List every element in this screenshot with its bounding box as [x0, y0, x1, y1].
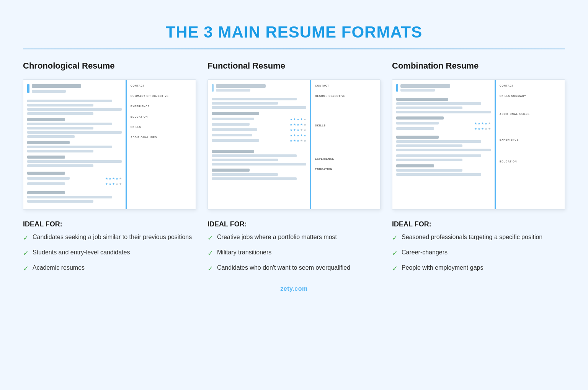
- check-icon-9: ✓: [392, 264, 398, 274]
- skills-block: ★ ★ ★ ★ ★ ★ ★ ★: [27, 172, 122, 187]
- header-sub-bar: [32, 90, 66, 93]
- check-icon-3: ✓: [23, 264, 29, 274]
- resume-paper-right: CONTACT SUMMARY OR OBJECTIVE EXPERIENCE …: [127, 80, 196, 209]
- exp-block-1: [27, 100, 122, 115]
- combo-resume-right: CONTACT SKILLS SUMMARY ADDITIONAL SKILLS…: [496, 80, 565, 209]
- ideal-list-chronological: ✓ Candidates seeking a job similar to th…: [23, 233, 196, 274]
- ideal-section-chronological: IDEAL FOR: ✓ Candidates seeking a job si…: [23, 220, 196, 274]
- ideal-list-combination: ✓ Seasoned professionals targeting a spe…: [392, 233, 565, 274]
- resume-mock-chronological: ★ ★ ★ ★ ★ ★ ★ ★: [23, 79, 196, 210]
- resume-paper-left: ★ ★ ★ ★ ★ ★ ★ ★: [23, 80, 127, 209]
- col-title-combination: Combination Resume: [392, 61, 565, 71]
- right-section-summary: SUMMARY OR OBJECTIVE: [131, 95, 192, 98]
- ideal-item-chron-3: ✓ Academic resumes: [23, 264, 196, 274]
- resume-mock-functional: ★★★★★ ★★★★★ ★★★★★: [207, 79, 381, 210]
- combo-skills-stars: ★★★★★ ★★★★★: [396, 116, 491, 132]
- skill-row-1: ★ ★ ★ ★ ★: [27, 176, 122, 180]
- check-icon-6: ✓: [207, 264, 213, 274]
- page-wrapper: THE 3 MAIN RESUME FORMATS Chronological …: [0, 0, 588, 308]
- right-section-education: EDUCATION: [131, 115, 192, 119]
- left-accent-bar: [27, 84, 29, 93]
- right-section-addl: ADDITIONAL INFO: [131, 136, 192, 139]
- func-accent: [212, 84, 214, 92]
- ideal-text-chron-3: Academic resumes: [33, 264, 85, 272]
- func-resume-right: CONTACT RESUME OBJECTIVE SKILLS EXPERIEN…: [311, 80, 380, 209]
- title-divider: [23, 48, 565, 49]
- column-combination: Combination Resume: [392, 61, 565, 274]
- ideal-text-func-3: Candidates who don't want to seem overqu…: [217, 264, 350, 272]
- left-content: [32, 84, 122, 93]
- ideal-section-functional: IDEAL FOR: ✓ Creative jobs where a portf…: [207, 220, 381, 274]
- ideal-item-combo-1: ✓ Seasoned professionals targeting a spe…: [392, 233, 565, 243]
- footer: zety.com: [23, 285, 565, 292]
- ideal-item-func-1: ✓ Creative jobs where a portfolio matter…: [207, 233, 381, 243]
- right-section-experience: EXPERIENCE: [131, 105, 192, 108]
- ideal-item-combo-3: ✓ People with employment gaps: [392, 264, 565, 274]
- ideal-section-combination: IDEAL FOR: ✓ Seasoned professionals targ…: [392, 220, 565, 274]
- combo-accent: [396, 84, 398, 92]
- right-section-contact: CONTACT: [131, 84, 192, 88]
- exp-block-4: [27, 156, 122, 167]
- func-skills-stars: ★★★★★ ★★★★★ ★★★★★: [212, 112, 306, 144]
- ideal-item-chron-2: ✓ Students and entry-level candidates: [23, 248, 196, 258]
- exp-block-2: [27, 118, 122, 138]
- check-icon-2: ✓: [23, 249, 29, 258]
- ideal-text-combo-2: Career-changers: [402, 248, 448, 257]
- ideal-text-combo-3: People with employment gaps: [402, 264, 483, 272]
- columns-container: Chronological Resume: [23, 61, 565, 274]
- ideal-title-chronological: IDEAL FOR:: [23, 220, 196, 228]
- skill-row-2: ★ ★ ★ ★ ★: [27, 182, 122, 186]
- column-chronological: Chronological Resume: [23, 61, 196, 274]
- header-name-bar: [32, 84, 81, 88]
- page-title: THE 3 MAIN RESUME FORMATS: [23, 15, 565, 45]
- ideal-text-combo-1: Seasoned professionals targeting a speci…: [402, 233, 542, 241]
- footer-text: zety.com: [280, 285, 307, 292]
- right-section-skills: SKILLS: [131, 126, 192, 129]
- col-title-functional: Functional Resume: [207, 61, 381, 71]
- ideal-item-func-2: ✓ Military transitioners: [207, 248, 381, 258]
- ideal-item-chron-1: ✓ Candidates seeking a job similar to th…: [23, 233, 196, 243]
- check-icon-1: ✓: [23, 233, 29, 243]
- column-functional: Functional Resume: [207, 61, 381, 274]
- combo-resume-left: ★★★★★ ★★★★★: [392, 80, 496, 209]
- ideal-title-combination: IDEAL FOR:: [392, 220, 565, 228]
- exp-block-3: [27, 141, 122, 152]
- check-icon-8: ✓: [392, 249, 398, 258]
- col-title-chronological: Chronological Resume: [23, 61, 196, 71]
- ideal-text-func-1: Creative jobs where a portfolio matters …: [217, 233, 337, 241]
- ideal-text-func-2: Military transitioners: [217, 248, 271, 257]
- ideal-item-func-3: ✓ Candidates who don't want to seem over…: [207, 264, 381, 274]
- addl-block: [27, 191, 122, 203]
- resume-mock-combination: ★★★★★ ★★★★★: [392, 79, 565, 210]
- check-icon-5: ✓: [207, 249, 213, 258]
- ideal-title-functional: IDEAL FOR:: [207, 220, 381, 228]
- ideal-text-chron-2: Students and entry-level candidates: [33, 248, 130, 257]
- check-icon-7: ✓: [392, 233, 398, 243]
- check-icon-4: ✓: [207, 233, 213, 243]
- ideal-list-functional: ✓ Creative jobs where a portfolio matter…: [207, 233, 381, 274]
- func-resume-left: ★★★★★ ★★★★★ ★★★★★: [208, 80, 311, 209]
- ideal-text-chron-1: Candidates seeking a job similar to thei…: [33, 233, 192, 241]
- ideal-item-combo-2: ✓ Career-changers: [392, 248, 565, 258]
